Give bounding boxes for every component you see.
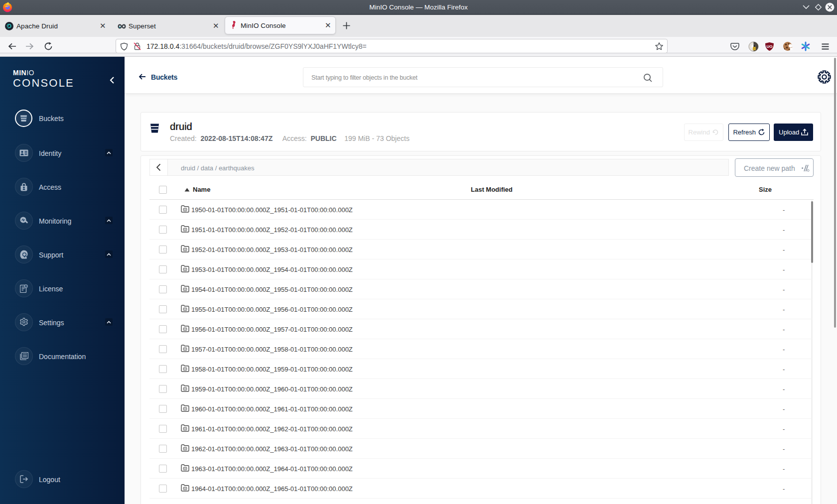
svg-text:UO: UO: [767, 44, 773, 49]
